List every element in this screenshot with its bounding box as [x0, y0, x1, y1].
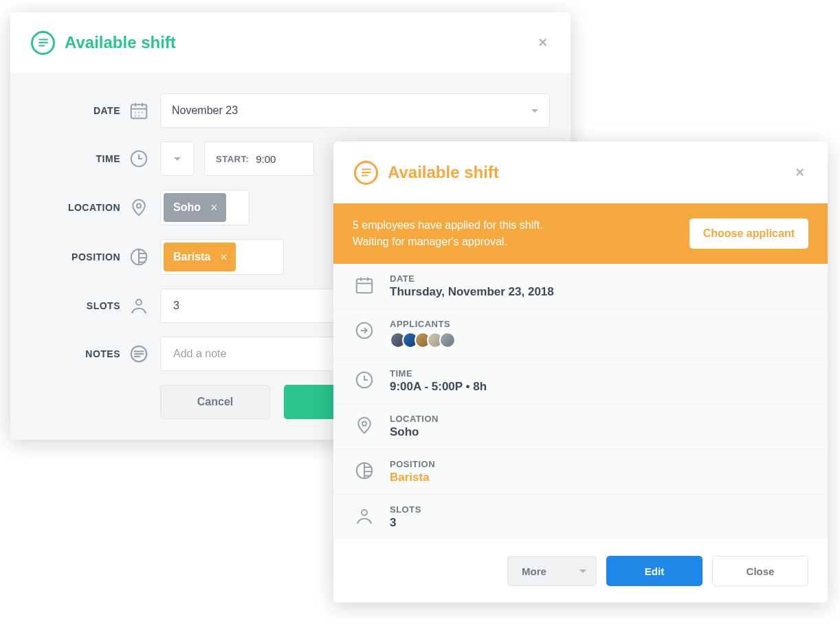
- svg-point-6: [142, 112, 143, 113]
- applicant-avatars[interactable]: [390, 332, 808, 348]
- cancel-button[interactable]: Cancel: [160, 385, 270, 419]
- more-button[interactable]: More: [507, 556, 597, 586]
- position-tag-input[interactable]: Barista ×: [160, 239, 284, 275]
- more-label: More: [522, 565, 546, 577]
- detail-actions: More Edit Close: [333, 539, 828, 603]
- choose-applicant-button[interactable]: Choose applicant: [689, 218, 808, 249]
- close-label: Close: [747, 565, 775, 577]
- modal-title: Available shift: [65, 33, 176, 52]
- notes-icon: [127, 342, 151, 366]
- approval-banner: 5 employees have applied for this shift.…: [333, 203, 828, 264]
- start-time-input[interactable]: START: 9:00: [204, 142, 314, 176]
- svg-point-28: [362, 421, 366, 425]
- detail-applicants-row: APPLICANTS: [333, 309, 828, 359]
- position-tag: Barista ×: [164, 243, 236, 271]
- location-label: LOCATION: [31, 202, 120, 213]
- notes-label: NOTES: [31, 348, 120, 359]
- chevron-down-icon: [579, 570, 586, 573]
- detail-position-label: POSITION: [390, 459, 808, 469]
- calendar-icon: [353, 273, 376, 297]
- clock-icon: [353, 368, 376, 392]
- svg-point-16: [136, 300, 142, 305]
- detail-applicants-label: APPLICANTS: [390, 319, 808, 329]
- location-tag: Soho ×: [164, 193, 226, 222]
- detail-date-value: Thursday, November 23, 2018: [390, 285, 808, 299]
- detail-slots-value: 3: [390, 516, 808, 530]
- remove-tag-icon[interactable]: ×: [210, 201, 218, 215]
- close-icon[interactable]: ×: [535, 31, 550, 54]
- svg-point-4: [135, 112, 136, 113]
- modal-header: Available shift ×: [10, 12, 571, 73]
- chevron-down-icon: [174, 157, 181, 161]
- position-icon: [127, 245, 151, 269]
- detail-slots-label: SLOTS: [390, 504, 808, 515]
- shift-detail-modal: Available shift × 5 employees have appli…: [333, 142, 828, 603]
- svg-point-10: [137, 203, 141, 208]
- position-label: POSITION: [31, 251, 120, 262]
- banner-line1: 5 employees have applied for this shift.: [353, 217, 676, 234]
- pin-icon: [353, 414, 376, 437]
- date-value: November 23: [172, 104, 238, 117]
- detail-position-value: Barista: [390, 471, 808, 484]
- detail-location-label: LOCATION: [390, 414, 808, 424]
- svg-point-34: [362, 510, 367, 515]
- cancel-label: Cancel: [197, 396, 233, 408]
- detail-slots-row: SLOTS 3: [333, 495, 828, 539]
- remove-tag-icon[interactable]: ×: [220, 250, 228, 265]
- logo-icon: [31, 31, 55, 55]
- avatar: [439, 332, 456, 348]
- edit-label: Edit: [645, 565, 664, 577]
- time-label: TIME: [31, 153, 120, 164]
- detail-date-label: DATE: [390, 273, 808, 284]
- svg-point-7: [135, 115, 136, 117]
- detail-location-value: Soho: [390, 425, 808, 439]
- person-icon: [353, 504, 376, 528]
- date-label: DATE: [31, 105, 120, 116]
- date-row: DATE November 23: [31, 93, 550, 128]
- modal-title: Available shift: [388, 163, 499, 182]
- close-icon[interactable]: ×: [793, 161, 807, 184]
- arrow-right-icon: [353, 319, 376, 342]
- edit-button[interactable]: Edit: [606, 556, 703, 586]
- choose-applicant-label: Choose applicant: [703, 227, 795, 240]
- banner-text: 5 employees have applied for this shift.…: [353, 217, 676, 250]
- person-icon: [127, 294, 151, 317]
- detail-location-row: LOCATION Soho: [333, 404, 828, 449]
- detail-time-value: 9:00A - 5:00P • 8h: [390, 380, 808, 394]
- position-tag-label: Barista: [173, 251, 210, 263]
- banner-line2: Waiting for manager's approval.: [353, 234, 676, 250]
- svg-point-5: [138, 112, 140, 113]
- slots-label: SLOTS: [31, 300, 120, 311]
- position-icon: [353, 459, 376, 482]
- close-button[interactable]: Close: [712, 556, 808, 586]
- detail-time-row: TIME 9:00A - 5:00P • 8h: [333, 359, 828, 404]
- clock-icon: [127, 147, 151, 170]
- location-tag-label: Soho: [173, 201, 201, 214]
- start-label: START:: [216, 154, 249, 164]
- chevron-down-icon: [531, 109, 538, 113]
- modal-header: Available shift ×: [333, 142, 828, 203]
- calendar-icon: [127, 99, 151, 122]
- detail-position-row: POSITION Barista: [333, 449, 828, 495]
- date-select[interactable]: November 23: [160, 93, 550, 128]
- time-preset-select[interactable]: [160, 142, 195, 176]
- svg-point-8: [138, 115, 140, 117]
- detail-date-row: DATE Thursday, November 23, 2018: [333, 264, 828, 309]
- start-value: 9:00: [256, 153, 276, 165]
- detail-time-label: TIME: [390, 368, 808, 379]
- logo-icon: [354, 161, 378, 185]
- location-tag-input[interactable]: Soho ×: [160, 190, 250, 225]
- svg-rect-21: [357, 279, 373, 293]
- pin-icon: [127, 196, 151, 219]
